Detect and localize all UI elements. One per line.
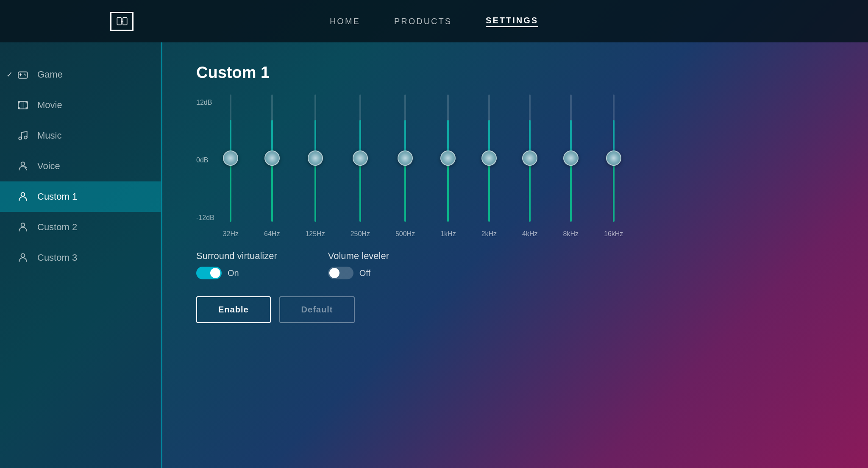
music-icon	[17, 130, 29, 142]
sidebar-item-voice[interactable]: Voice	[0, 151, 161, 181]
svg-rect-1	[122, 18, 127, 25]
sidebar-label-music: Music	[37, 130, 61, 141]
eq-thumb-500hz[interactable]	[398, 150, 413, 166]
eq-thumb-8khz[interactable]	[563, 150, 579, 166]
sidebar-label-custom1: Custom 1	[37, 191, 77, 202]
nav-settings[interactable]: SETTINGS	[486, 16, 538, 27]
eq-thumb-4khz[interactable]	[522, 150, 537, 166]
svg-point-22	[21, 254, 25, 257]
sidebar-item-custom3[interactable]: Custom 3	[0, 242, 161, 273]
custom1-icon	[17, 191, 29, 203]
eq-thumb-125hz[interactable]	[308, 150, 323, 166]
eq-freq-125hz: 125Hz	[305, 230, 325, 238]
svg-rect-10	[18, 101, 20, 103]
volume-control: Volume leveler Off	[328, 251, 389, 279]
eq-mid-label: 0dB	[196, 156, 214, 164]
eq-slider-track-32hz[interactable]	[230, 95, 231, 222]
volume-toggle[interactable]	[328, 267, 353, 279]
volume-state-label: Off	[359, 268, 370, 278]
eq-freq-32hz: 32Hz	[223, 230, 239, 238]
volume-toggle-knob	[329, 268, 339, 278]
eq-thumb-250hz[interactable]	[353, 150, 368, 166]
eq-freq-2khz: 2kHz	[481, 230, 497, 238]
svg-point-21	[21, 223, 25, 227]
check-icon: ✓	[6, 70, 13, 79]
eq-band-32hz: 32Hz	[223, 95, 239, 238]
eq-band-125hz: 125Hz	[305, 95, 325, 238]
svg-rect-0	[117, 18, 121, 25]
custom3-icon	[17, 252, 29, 264]
controls-row: Surround virtualizer On Volume leveler O…	[196, 251, 834, 279]
eq-freq-1khz: 1kHz	[440, 230, 456, 238]
eq-bot-label: -12dB	[196, 214, 214, 222]
eq-band-4khz: 4kHz	[522, 95, 537, 238]
page-title: Custom 1	[196, 64, 834, 82]
sidebar-item-music[interactable]: Music	[0, 120, 161, 151]
sidebar-item-game[interactable]: ✓ Game	[0, 59, 161, 90]
main-nav: HOME PRODUCTS SETTINGS	[330, 16, 538, 27]
eq-slider-track-1khz[interactable]	[447, 95, 449, 222]
eq-slider-track-8khz[interactable]	[570, 95, 572, 222]
eq-top-label: 12dB	[196, 99, 214, 106]
eq-band-1khz: 1kHz	[440, 95, 456, 238]
eq-slider-track-250hz[interactable]	[359, 95, 361, 222]
volume-label: Volume leveler	[328, 251, 389, 262]
default-button[interactable]: Default	[279, 296, 355, 323]
svg-point-17	[24, 136, 27, 139]
eq-slider-track-2khz[interactable]	[488, 95, 490, 222]
eq-slider-track-16khz[interactable]	[613, 95, 615, 222]
content-area: Custom 1 12dB 0dB -12dB 32Hz	[162, 42, 868, 468]
eq-freq-64hz: 64Hz	[264, 230, 280, 238]
game-icon	[17, 69, 29, 81]
eq-thumb-32hz[interactable]	[223, 150, 238, 166]
svg-rect-12	[18, 107, 20, 109]
eq-freq-8khz: 8kHz	[563, 230, 579, 238]
surround-toggle-row: On	[196, 267, 277, 279]
movie-icon	[17, 99, 29, 111]
surround-toggle[interactable]	[196, 267, 222, 279]
eq-band-64hz: 64Hz	[264, 95, 280, 238]
eq-thumb-2khz[interactable]	[481, 150, 497, 166]
svg-point-7	[24, 74, 25, 75]
eq-band-8khz: 8kHz	[563, 95, 579, 238]
main-layout: ✓ Game Movie Music Voice	[0, 42, 868, 468]
svg-point-8	[25, 75, 26, 76]
sidebar-item-custom2[interactable]: Custom 2	[0, 212, 161, 242]
action-buttons: Enable Default	[196, 296, 834, 323]
eq-freq-16khz: 16kHz	[604, 230, 623, 238]
voice-icon	[17, 160, 29, 172]
eq-slider-track-4khz[interactable]	[529, 95, 531, 222]
eq-band-250hz: 250Hz	[351, 95, 370, 238]
nav-products[interactable]: PRODUCTS	[394, 17, 452, 26]
sidebar-label-custom3: Custom 3	[37, 252, 77, 263]
header: HOME PRODUCTS SETTINGS	[0, 0, 868, 42]
svg-rect-13	[26, 107, 28, 109]
eq-slider-track-500hz[interactable]	[404, 95, 406, 222]
svg-point-16	[19, 137, 22, 140]
enable-button[interactable]: Enable	[196, 296, 271, 323]
surround-toggle-knob	[210, 268, 220, 278]
sidebar-item-custom1[interactable]: Custom 1	[0, 181, 161, 212]
sidebar-label-voice: Voice	[37, 161, 60, 172]
eq-band-16khz: 16kHz	[604, 95, 623, 238]
eq-thumb-64hz[interactable]	[264, 150, 280, 166]
eq-y-labels: 12dB 0dB -12dB	[196, 95, 214, 230]
eq-freq-250hz: 250Hz	[351, 230, 370, 238]
eq-thumb-16khz[interactable]	[606, 150, 621, 166]
svg-point-18	[21, 162, 25, 166]
logo-icon	[110, 12, 134, 31]
surround-state-label: On	[228, 268, 239, 278]
surround-label: Surround virtualizer	[196, 251, 277, 262]
eq-slider-track-125hz[interactable]	[314, 95, 316, 222]
svg-point-20	[21, 192, 25, 196]
eq-thumb-1khz[interactable]	[440, 150, 456, 166]
surround-control: Surround virtualizer On	[196, 251, 277, 279]
eq-slider-track-64hz[interactable]	[271, 95, 273, 222]
svg-rect-11	[26, 101, 28, 103]
logo	[110, 12, 134, 31]
nav-home[interactable]: HOME	[330, 17, 360, 26]
eq-band-2khz: 2kHz	[481, 95, 497, 238]
sidebar-item-movie[interactable]: Movie	[0, 90, 161, 120]
eq-freq-500hz: 500Hz	[395, 230, 415, 238]
sidebar-label-game: Game	[37, 69, 63, 80]
